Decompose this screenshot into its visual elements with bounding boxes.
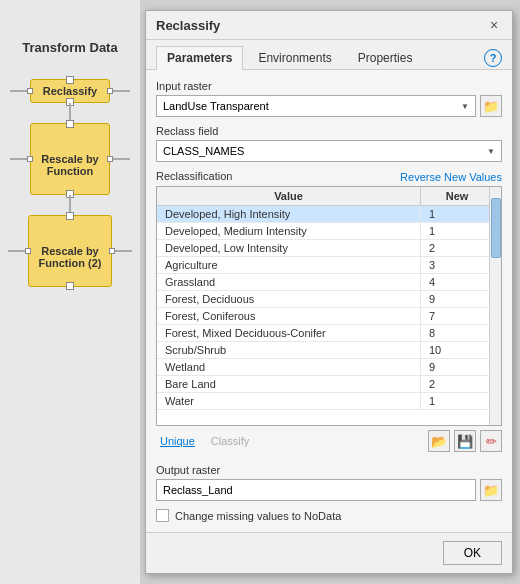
node-port-left	[25, 248, 31, 254]
table-row[interactable]: Bare Land2	[157, 376, 501, 393]
reclass-field-label: Reclass field	[156, 125, 502, 137]
table-row[interactable]: Wetland9	[157, 359, 501, 376]
close-button[interactable]: ×	[486, 17, 502, 33]
input-raster-label: Input raster	[156, 80, 502, 92]
reclassification-table: Value New Developed, High Intensity1Deve…	[156, 186, 502, 426]
value-cell: Forest, Deciduous	[157, 291, 421, 307]
tab-parameters[interactable]: Parameters	[156, 46, 243, 70]
reclassification-section: Reclassification Reverse New Values Valu…	[156, 170, 502, 456]
open-table-button[interactable]: 📂	[428, 430, 450, 452]
node-port-right	[109, 248, 115, 254]
value-cell: Bare Land	[157, 376, 421, 392]
dropdown-arrow-icon: ▼	[461, 102, 469, 111]
table-scrollbar[interactable]	[489, 206, 501, 425]
node-port-left	[27, 156, 33, 162]
table-rows: Developed, High Intensity1Developed, Med…	[157, 206, 501, 410]
table-body-container: Developed, High Intensity1Developed, Med…	[157, 206, 501, 425]
workflow-title: Transform Data	[22, 40, 117, 55]
dialog-titlebar: Reclassify ×	[146, 11, 512, 40]
reclassification-header: Reclassification Reverse New Values	[156, 170, 502, 184]
value-cell: Developed, High Intensity	[157, 206, 421, 222]
output-raster-row: Reclass_Land 📁	[156, 479, 502, 501]
dialog-content: Input raster LandUse Transparent ▼ 📁 Rec…	[146, 70, 512, 532]
scrollbar-thumb[interactable]	[491, 206, 501, 258]
reclassify-dialog: Reclassify × Parameters Environments Pro…	[145, 10, 513, 574]
dialog-tabs: Parameters Environments Properties ?	[146, 40, 512, 70]
table-header: Value New	[157, 187, 501, 206]
value-cell: Developed, Medium Intensity	[157, 223, 421, 239]
workflow-panel: Transform Data Reclassify Rescale byFunc…	[0, 0, 140, 584]
table-row[interactable]: Forest, Coniferous7	[157, 308, 501, 325]
reclassify-node[interactable]: Reclassify	[30, 79, 110, 103]
workflow-node-reclassify[interactable]: Reclassify	[0, 79, 140, 103]
folder-icon: 📁	[483, 99, 499, 114]
dialog-footer: OK	[146, 532, 512, 573]
reclass-field-select[interactable]: CLASS_NAMES ▼	[156, 140, 502, 162]
classify-button[interactable]: Classify	[207, 433, 254, 449]
workflow-nodes: Reclassify Rescale byFunction Rescale by…	[0, 79, 140, 287]
value-cell: Forest, Mixed Deciduous-Conifer	[157, 325, 421, 341]
save-table-button[interactable]: 💾	[454, 430, 476, 452]
workflow-node-rescale1[interactable]: Rescale byFunction	[0, 123, 140, 195]
table-row[interactable]: Developed, High Intensity1	[157, 206, 501, 223]
input-raster-folder-button[interactable]: 📁	[480, 95, 502, 117]
node-port-right	[107, 156, 113, 162]
table-row[interactable]: Forest, Mixed Deciduous-Conifer8	[157, 325, 501, 342]
table-data: Developed, High Intensity1Developed, Med…	[157, 206, 501, 425]
save-icon: 💾	[457, 434, 473, 449]
change-missing-checkbox[interactable]	[156, 509, 169, 522]
folder-open-icon: 📂	[431, 434, 447, 449]
dropdown-arrow-icon: ▼	[487, 147, 495, 156]
value-cell: Forest, Coniferous	[157, 308, 421, 324]
reclassification-label: Reclassification	[156, 170, 232, 182]
tab-environments[interactable]: Environments	[247, 46, 342, 69]
value-cell: Wetland	[157, 359, 421, 375]
table-action-buttons: Unique Classify 📂 💾 ✏	[156, 426, 502, 456]
workflow-node-rescale2[interactable]: Rescale byFunction (2)	[0, 215, 140, 287]
table-row[interactable]: Agriculture3	[157, 257, 501, 274]
value-cell: Grassland	[157, 274, 421, 290]
value-cell: Developed, Low Intensity	[157, 240, 421, 256]
table-row[interactable]: Water1	[157, 393, 501, 410]
output-raster-folder-button[interactable]: 📁	[480, 479, 502, 501]
table-row[interactable]: Grassland4	[157, 274, 501, 291]
value-cell: Water	[157, 393, 421, 409]
reclass-field-section: Reclass field CLASS_NAMES ▼	[156, 125, 502, 162]
eraser-icon: ✏	[486, 434, 497, 449]
folder-icon: 📁	[483, 483, 499, 498]
output-raster-section: Output raster Reclass_Land 📁	[156, 464, 502, 501]
table-row[interactable]: Forest, Deciduous9	[157, 291, 501, 308]
rescale2-node[interactable]: Rescale byFunction (2)	[28, 215, 113, 287]
table-row[interactable]: Developed, Medium Intensity1	[157, 223, 501, 240]
table-row[interactable]: Scrub/Shrub10	[157, 342, 501, 359]
unique-button[interactable]: Unique	[156, 433, 199, 449]
input-raster-row: LandUse Transparent ▼ 📁	[156, 95, 502, 117]
tab-properties[interactable]: Properties	[347, 46, 424, 69]
input-raster-select[interactable]: LandUse Transparent ▼	[156, 95, 476, 117]
node-port-right	[107, 88, 113, 94]
change-missing-label: Change missing values to NoData	[175, 510, 341, 522]
change-missing-row: Change missing values to NoData	[156, 509, 502, 522]
value-column-header: Value	[157, 187, 421, 205]
output-raster-input[interactable]: Reclass_Land	[156, 479, 476, 501]
ok-button[interactable]: OK	[443, 541, 502, 565]
table-row[interactable]: Developed, Low Intensity2	[157, 240, 501, 257]
rescale1-node[interactable]: Rescale byFunction	[30, 123, 110, 195]
output-raster-label: Output raster	[156, 464, 502, 476]
node-port-left	[27, 88, 33, 94]
reverse-new-values-button[interactable]: Reverse New Values	[400, 171, 502, 183]
help-button[interactable]: ?	[484, 49, 502, 67]
icon-buttons: 📂 💾 ✏	[428, 430, 502, 452]
input-raster-section: Input raster LandUse Transparent ▼ 📁	[156, 80, 502, 117]
reclass-field-row: CLASS_NAMES ▼	[156, 140, 502, 162]
value-cell: Scrub/Shrub	[157, 342, 421, 358]
dialog-title: Reclassify	[156, 18, 220, 33]
delete-rows-button[interactable]: ✏	[480, 430, 502, 452]
value-cell: Agriculture	[157, 257, 421, 273]
